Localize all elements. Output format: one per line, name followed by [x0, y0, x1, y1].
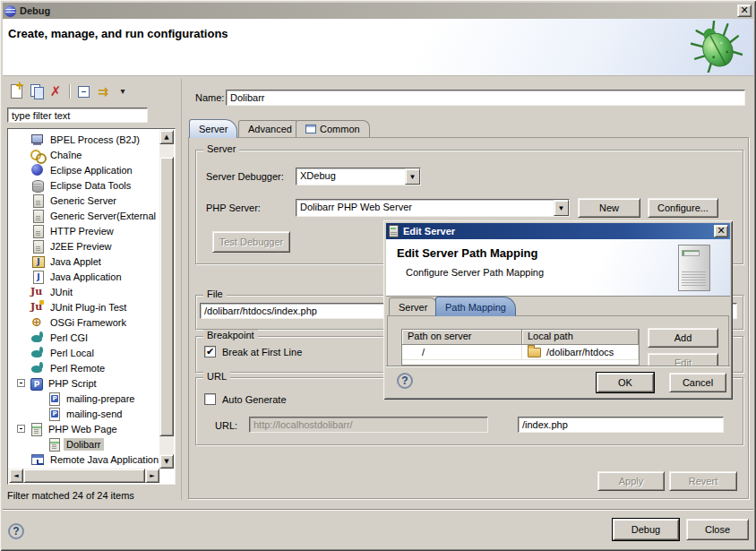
- cancel-button-label: Cancel: [683, 377, 713, 388]
- new-server-button[interactable]: New: [578, 198, 640, 218]
- name-input[interactable]: [226, 90, 745, 106]
- panel-sash[interactable]: [181, 79, 182, 500]
- dialog-tab-path-mapping-label: Path Mapping: [445, 302, 506, 313]
- close-button-label: Close: [705, 524, 730, 535]
- eclipse-icon: [4, 5, 16, 17]
- filter-input[interactable]: [7, 108, 148, 123]
- dialog-tab-path-mapping[interactable]: Path Mapping: [435, 297, 516, 316]
- scroll-up-icon[interactable]: ▲: [159, 130, 174, 144]
- horizontal-scroll-thumb[interactable]: [23, 469, 145, 483]
- add-mapping-button[interactable]: Add: [648, 328, 718, 348]
- tree-item[interactable]: OSGi Framework: [10, 314, 159, 330]
- tree-item[interactable]: Perl CGI: [10, 330, 159, 345]
- table-header-row: Path on server Local path: [402, 330, 639, 345]
- server-debugger-select[interactable]: XDebug ▼: [296, 168, 421, 185]
- dialog-tab-server-label: Server: [399, 302, 427, 313]
- tree-item[interactable]: mailing-send: [10, 406, 159, 421]
- revert-button-label: Revert: [689, 476, 717, 486]
- tree-item[interactable]: Generic Server: [10, 193, 159, 208]
- scroll-right-icon[interactable]: ►: [145, 469, 159, 483]
- tree-item[interactable]: HTTP Preview: [10, 223, 159, 238]
- path-mapping-table[interactable]: Path on server Local path / /dolibarr/ht…: [401, 329, 640, 366]
- tab-server-label: Server: [199, 124, 228, 134]
- tree-item-label: Perl Local: [47, 347, 97, 359]
- tree-item[interactable]: Generic Server(External La: [10, 208, 159, 223]
- tree-item[interactable]: JUnit: [10, 284, 159, 299]
- tree-item[interactable]: Perl Local: [10, 345, 159, 360]
- scroll-left-icon[interactable]: ◄: [9, 469, 23, 483]
- column-local-path[interactable]: Local path: [522, 330, 639, 345]
- tree-vertical-scrollbar[interactable]: ▲ ▼: [159, 130, 174, 469]
- tree-item[interactable]: PHP Web Page: [10, 421, 159, 436]
- debug-button-label: Debug: [631, 524, 660, 535]
- collapse-expander-icon[interactable]: [17, 379, 25, 387]
- dialog-help-icon[interactable]: ?: [397, 373, 413, 389]
- breakpoint-group-legend: Breakpoint: [203, 330, 258, 340]
- server-icon: [30, 224, 45, 238]
- dialog-tab-server[interactable]: Server: [389, 297, 437, 315]
- tree-item[interactable]: BPEL Process (B2J): [10, 132, 159, 147]
- tree-item[interactable]: Perl Remote: [10, 360, 159, 375]
- new-server-button-label: New: [599, 202, 619, 213]
- toolbar-menu-icon[interactable]: [114, 82, 132, 100]
- configure-button[interactable]: Configure...: [648, 198, 718, 218]
- tab-common[interactable]: Common: [296, 120, 370, 137]
- server-icon: [30, 209, 45, 223]
- tab-advanced[interactable]: Advanced: [238, 120, 302, 137]
- chevron-down-icon[interactable]: ▼: [554, 200, 569, 216]
- revert-button: Revert: [669, 471, 737, 491]
- tree-item[interactable]: mailing-prepare: [10, 391, 159, 406]
- new-configuration-icon[interactable]: [7, 82, 25, 100]
- tree-item[interactable]: Eclipse Data Tools: [10, 177, 159, 193]
- dialog-titlebar[interactable]: Edit Server ✕: [386, 223, 730, 239]
- ok-button[interactable]: OK: [597, 373, 654, 392]
- column-path-on-server[interactable]: Path on server: [402, 330, 522, 345]
- dialog-close-icon[interactable]: ✕: [714, 225, 728, 237]
- close-icon[interactable]: ✕: [737, 4, 752, 17]
- perl-icon: [30, 346, 45, 360]
- php-server-select[interactable]: Dolibarr PHP Web Server ▼: [296, 199, 570, 217]
- delete-configuration-icon[interactable]: [47, 82, 64, 100]
- server-icon: [389, 225, 399, 237]
- duplicate-configuration-icon[interactable]: [27, 82, 45, 100]
- tree-item-label: Generic Server(External La: [47, 210, 159, 222]
- tree-item[interactable]: Chaîne: [10, 147, 159, 162]
- tab-server[interactable]: Server: [189, 119, 237, 138]
- chevron-down-icon[interactable]: ▼: [405, 168, 420, 185]
- close-button[interactable]: Close: [686, 519, 749, 540]
- filter-configurations-icon[interactable]: [94, 82, 112, 100]
- debug-button[interactable]: Debug: [613, 519, 679, 540]
- tree-item[interactable]: JUnit Plug-in Test: [10, 299, 159, 314]
- tree-item-label: Generic Server: [47, 194, 119, 207]
- scroll-down-icon[interactable]: ▼: [159, 454, 174, 469]
- dialog-heading: Edit Server Path Mapping: [397, 246, 537, 260]
- collapse-all-icon[interactable]: [74, 82, 92, 100]
- auto-generate-checkbox[interactable]: [204, 393, 216, 405]
- dialog-button-bar: ? OK Cancel: [386, 366, 730, 397]
- tree-item[interactable]: PHP Script: [10, 375, 159, 391]
- tree-item[interactable]: Remote Java Application: [10, 452, 159, 467]
- tree-item[interactable]: Dolibarr: [10, 436, 159, 452]
- server-tower-icon: [678, 245, 710, 291]
- chain-icon: [30, 148, 45, 162]
- help-icon[interactable]: ?: [8, 523, 24, 539]
- cancel-button[interactable]: Cancel: [669, 373, 726, 392]
- tree-item[interactable]: J2EE Preview: [10, 238, 159, 254]
- tree-item[interactable]: Eclipse Application: [10, 162, 159, 177]
- configuration-tree[interactable]: BPEL Process (B2J)ChaîneEclipse Applicat…: [7, 128, 176, 485]
- path-on-server-cell: /: [402, 345, 522, 359]
- server-debugger-label: Server Debugger:: [206, 171, 284, 182]
- table-row[interactable]: / /dolibarr/htdocs: [402, 345, 639, 360]
- url-path-input[interactable]: [518, 417, 724, 433]
- break-first-line-label: Break at First Line: [222, 347, 302, 357]
- break-first-line-checkbox[interactable]: [204, 346, 216, 357]
- window-titlebar[interactable]: Debug ✕: [3, 3, 753, 19]
- vertical-scroll-thumb[interactable]: [159, 157, 174, 436]
- tree-item-label: Chaîne: [47, 149, 84, 161]
- java-icon: [30, 270, 45, 284]
- tree-item[interactable]: Java Application: [10, 269, 159, 284]
- tree-item[interactable]: Java Applet: [10, 254, 159, 269]
- collapse-expander-icon[interactable]: [17, 425, 25, 433]
- tree-horizontal-scrollbar[interactable]: ◄ ►: [9, 469, 159, 483]
- php-icon: [29, 376, 43, 391]
